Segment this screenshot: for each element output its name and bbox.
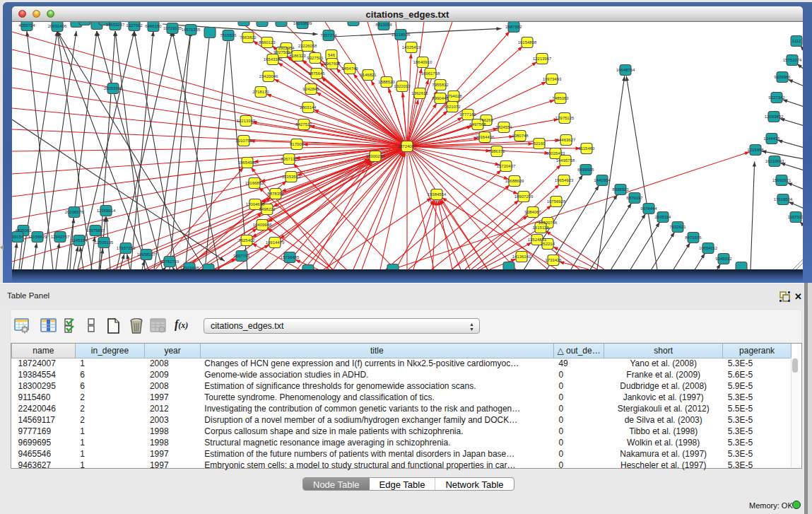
- svg-text:14463627: 14463627: [557, 138, 576, 142]
- svg-text:16154808: 16154808: [518, 40, 537, 45]
- svg-text:6497568: 6497568: [469, 122, 486, 127]
- svg-text:10973493: 10973493: [543, 77, 562, 81]
- svg-text:18907209: 18907209: [514, 194, 534, 199]
- svg-text:14325419: 14325419: [402, 45, 421, 49]
- svg-text:16409948: 16409948: [253, 223, 272, 227]
- svg-text:10653267: 10653267: [106, 23, 125, 27]
- svg-text:7625402: 7625402: [238, 238, 255, 243]
- svg-text:1112: 1112: [792, 39, 801, 43]
- svg-text:10975857: 10975857: [86, 228, 105, 233]
- svg-text:7515526: 7515526: [220, 33, 237, 37]
- svg-text:4835061: 4835061: [15, 228, 32, 233]
- svg-text:12213967: 12213967: [533, 57, 552, 61]
- svg-text:1244415: 1244415: [763, 136, 780, 141]
- svg-text:18300295: 18300295: [366, 154, 385, 158]
- svg-text:12975125: 12975125: [555, 116, 575, 120]
- svg-text:12359914: 12359914: [97, 209, 116, 213]
- svg-text:7632621: 7632621: [669, 225, 686, 229]
- svg-text:20364436: 20364436: [476, 135, 495, 139]
- svg-text:4055724: 4055724: [18, 23, 35, 28]
- svg-text:16033809: 16033809: [293, 21, 312, 25]
- svg-text:7485063: 7485063: [552, 96, 569, 100]
- svg-text:1615112: 1615112: [533, 226, 550, 230]
- svg-text:3875645: 3875645: [308, 71, 325, 76]
- svg-text:20206576: 20206576: [65, 210, 84, 214]
- svg-text:6466160: 6466160: [145, 24, 162, 28]
- svg-text:1362615: 1362615: [411, 91, 428, 95]
- svg-text:8267130: 8267130: [281, 157, 298, 161]
- svg-text:6699695: 6699695: [577, 168, 594, 172]
- svg-text:17957253: 17957253: [117, 246, 136, 250]
- svg-text:2935114: 2935114: [655, 215, 672, 219]
- svg-text:12505135: 12505135: [95, 240, 114, 245]
- svg-text:8660123: 8660123: [259, 40, 276, 45]
- svg-text:1010755: 1010755: [235, 139, 252, 143]
- svg-text:1215958: 1215958: [747, 148, 764, 152]
- svg-text:16571355: 16571355: [182, 28, 201, 32]
- svg-text:14136141: 14136141: [512, 255, 531, 259]
- svg-text:6879197: 6879197: [626, 196, 643, 200]
- svg-text:12213369: 12213369: [237, 119, 256, 123]
- svg-text:252214: 252214: [541, 242, 555, 246]
- svg-text:19654982: 19654982: [238, 160, 257, 165]
- svg-text:9146821: 9146821: [360, 73, 377, 77]
- svg-text:8938923: 8938923: [612, 187, 629, 192]
- svg-text:10688609: 10688609: [505, 179, 524, 183]
- svg-text:62160: 62160: [534, 141, 546, 146]
- svg-text:9657791: 9657791: [233, 254, 250, 258]
- svg-text:16914479: 16914479: [266, 240, 285, 245]
- svg-text:10025433: 10025433: [546, 151, 565, 156]
- svg-text:10782759: 10782759: [160, 259, 180, 264]
- svg-text:18724007: 18724007: [398, 144, 417, 148]
- svg-text:7357274: 7357274: [320, 33, 337, 37]
- svg-text:8878352: 8878352: [267, 192, 284, 196]
- svg-text:9245012: 9245012: [715, 257, 732, 261]
- svg-text:9777169: 9777169: [459, 112, 476, 117]
- svg-text:3824554: 3824554: [495, 125, 512, 129]
- svg-text:1621072: 1621072: [444, 105, 461, 109]
- svg-text:18640910: 18640910: [413, 60, 433, 64]
- svg-text:12923448: 12923448: [180, 266, 199, 270]
- svg-text:7955812: 7955812: [432, 83, 449, 87]
- svg-text:8471676: 8471676: [685, 235, 702, 240]
- svg-text:8186323: 8186323: [289, 54, 306, 58]
- svg-text:9674444: 9674444: [640, 206, 657, 211]
- svg-text:15716485: 15716485: [281, 255, 300, 259]
- svg-text:16320746: 16320746: [539, 221, 558, 225]
- svg-text:8813054: 8813054: [375, 23, 392, 27]
- svg-text:16543382: 16543382: [264, 57, 283, 62]
- svg-text:2687682: 2687682: [505, 25, 522, 29]
- svg-text:15720407: 15720407: [497, 164, 516, 168]
- svg-text:1498222: 1498222: [259, 207, 276, 211]
- svg-text:19218506: 19218506: [392, 33, 411, 37]
- svg-text:1588520: 1588520: [378, 80, 395, 84]
- svg-text:15751074: 15751074: [783, 58, 802, 62]
- svg-text:2718170: 2718170: [252, 90, 269, 94]
- svg-text:12353503: 12353503: [282, 175, 301, 179]
- svg-text:14495758: 14495758: [556, 158, 575, 163]
- svg-text:9327501: 9327501: [307, 56, 324, 60]
- svg-text:17016504: 17016504: [774, 197, 793, 201]
- svg-text:6794028: 6794028: [445, 94, 462, 98]
- svg-text:16961758: 16961758: [421, 71, 440, 76]
- svg-text:1145194: 1145194: [71, 238, 88, 243]
- svg-text:1440954: 1440954: [594, 178, 611, 182]
- svg-text:9115460: 9115460: [579, 146, 596, 151]
- svg-text:23420046: 23420046: [259, 74, 278, 78]
- svg-text:15692921: 15692921: [772, 178, 792, 182]
- svg-text:10958107: 10958107: [137, 252, 156, 257]
- svg-text:20053346: 20053346: [104, 86, 123, 90]
- svg-text:1327602: 1327602: [126, 23, 143, 28]
- svg-text:20691406: 20691406: [48, 24, 67, 28]
- svg-text:8427512: 8427512: [295, 122, 312, 127]
- svg-text:9084067: 9084067: [524, 210, 541, 214]
- svg-text:9227342: 9227342: [768, 95, 785, 100]
- svg-text:17004678: 17004678: [246, 202, 265, 206]
- svg-text:817006: 817006: [290, 142, 305, 146]
- svg-text:19384554: 19384554: [428, 192, 447, 197]
- svg-text:3454749: 3454749: [341, 66, 358, 71]
- svg-text:10654112: 10654112: [699, 246, 718, 250]
- svg-text:7663822: 7663822: [240, 35, 257, 40]
- svg-text:12942757: 12942757: [51, 235, 70, 239]
- svg-text:10756928: 10756928: [547, 199, 566, 204]
